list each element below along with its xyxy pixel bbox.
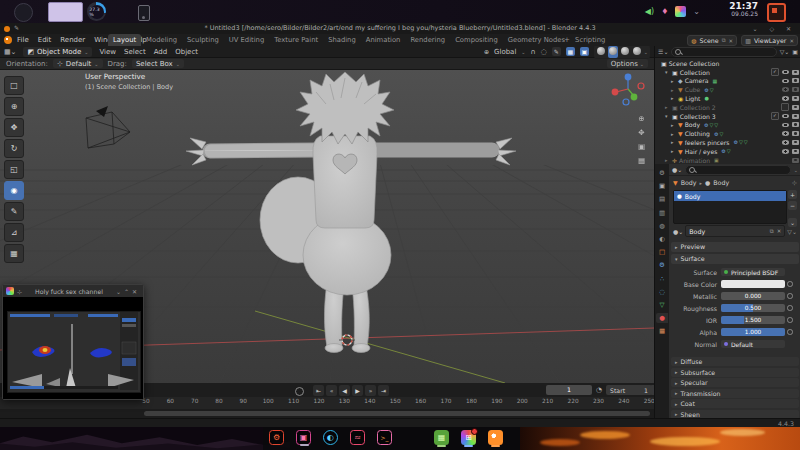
hide-eye-icon[interactable] <box>782 140 789 145</box>
files-icon[interactable]: ▣ <box>296 430 311 445</box>
disable-render-icon[interactable] <box>792 114 799 119</box>
tab-scene-icon[interactable]: ◍ <box>656 221 668 231</box>
shading-material-icon[interactable] <box>620 46 630 58</box>
launcher-icon[interactable] <box>14 3 33 22</box>
playback-button[interactable]: ▶ <box>352 385 363 396</box>
material-filter-icon[interactable]: ▽⌄ <box>787 228 797 235</box>
tab-render-icon[interactable]: ▣ <box>656 181 668 191</box>
animate-dot-icon[interactable] <box>787 317 793 323</box>
outliner-row-cube[interactable]: ▸▼ Cube ⚙▽ <box>655 85 800 94</box>
proportional-editing-icon[interactable]: ◌ <box>541 48 547 56</box>
viewlayer-unlink-icon[interactable]: ✕ <box>789 38 794 44</box>
panel-header-collapsed[interactable]: ▸Subsurface <box>671 368 799 377</box>
tab-world-icon[interactable]: ◐ <box>656 234 668 244</box>
outliner-filter-icon[interactable]: ▽⌄ <box>780 48 790 55</box>
workspace-tab[interactable]: Layout <box>108 34 141 46</box>
viewlayer-selector[interactable]: ▥ ViewLayer ✕ <box>741 35 798 46</box>
window-preview-thumbnail[interactable] <box>48 2 83 22</box>
alpha-slider[interactable]: 1.000 <box>721 328 785 336</box>
tablet-device-icon[interactable] <box>138 5 150 21</box>
menu-item[interactable]: Edit <box>38 36 52 44</box>
hide-eye-icon[interactable] <box>782 131 789 136</box>
ior-slider[interactable]: 1.500 <box>721 316 785 324</box>
video-content[interactable] <box>3 297 143 399</box>
video-window-controls[interactable]: ⌄⌃✕ <box>116 288 140 295</box>
breadcrumb-object[interactable]: Body <box>681 179 697 186</box>
viewport-menu-item[interactable]: View <box>99 48 116 56</box>
scene-selector[interactable]: ◍ Scene ⧉ ✕ <box>687 35 737 46</box>
tab-view-layer-icon[interactable]: ▥ <box>656 208 668 218</box>
add-workspace-button[interactable]: + <box>560 34 574 46</box>
disable-render-icon[interactable] <box>792 158 799 163</box>
breadcrumb-material[interactable]: Body <box>713 179 729 186</box>
shading-wireframe-icon[interactable] <box>596 46 606 58</box>
character-model[interactable] <box>186 72 516 353</box>
move-tool[interactable]: ✥ <box>4 118 24 137</box>
playback-button[interactable]: « <box>326 385 337 396</box>
volume-icon[interactable]: ◀) <box>645 7 654 16</box>
scale-tool[interactable]: ◱ <box>4 160 24 179</box>
pan-hand-icon[interactable]: ✥ <box>638 128 645 137</box>
animate-dot-icon[interactable] <box>787 281 793 287</box>
surface-panel-header[interactable]: ▾Surface <box>671 254 799 264</box>
transform-tool[interactable]: ◉ <box>4 181 24 200</box>
shader-dropdown[interactable]: Principled BSDF <box>721 268 785 276</box>
workspace-tab[interactable]: Texture Paint <box>269 34 323 46</box>
cursor-tool[interactable]: ⊕ <box>4 97 24 116</box>
panel-header-collapsed[interactable]: ▸Diffuse <box>671 357 799 366</box>
outliner-row-clothing[interactable]: ▸▼ Clothing ⚙▽ <box>655 129 800 138</box>
mode-dropdown[interactable]: ◩ Object Mode ⌄ <box>23 47 92 57</box>
package-icon[interactable]: ▦ <box>434 430 449 445</box>
playback-button[interactable]: ⇤ <box>313 385 324 396</box>
outliner-row-scene-collection[interactable]: ▣ Scene Collection <box>655 59 800 68</box>
hide-eye-icon[interactable] <box>782 123 789 128</box>
camera-object[interactable] <box>86 106 130 148</box>
panel-header-collapsed[interactable]: ▸Transmission <box>671 389 799 398</box>
disable-render-icon[interactable] <box>792 131 799 136</box>
frame-start-field[interactable]: Start 1 <box>606 385 652 395</box>
scene-unlink-icon[interactable]: ✕ <box>729 38 734 44</box>
blender-dock-icon[interactable] <box>488 430 503 445</box>
viewport-menu-item[interactable]: Object <box>175 48 198 56</box>
remove-slot-button[interactable]: − <box>788 201 797 210</box>
panel-header-collapsed[interactable]: ▸Specular <box>671 378 799 387</box>
select-box-tool[interactable]: □ <box>4 76 24 95</box>
disable-render-icon[interactable] <box>792 140 799 145</box>
viewport-menu-item[interactable]: Add <box>154 48 168 56</box>
tray-app-icon[interactable] <box>675 6 686 17</box>
outliner-row-collection-3[interactable]: ▾▣ Collection 3 ✓ <box>655 112 800 121</box>
blender-logo-icon[interactable] <box>4 36 12 44</box>
orientation-dropdown[interactable]: ⊹ Default ⌄ <box>53 59 103 68</box>
editor-type-icon[interactable]: ▦⌄ <box>4 48 16 56</box>
xray-toggle-icon[interactable]: ▣ <box>580 47 589 56</box>
outliner-row-feelers-pincers[interactable]: ▸▼ feelers pincers ⚙▽▽ <box>655 138 800 147</box>
workspace-tab[interactable]: Compositing <box>450 34 503 46</box>
disable-render-icon[interactable] <box>792 87 799 92</box>
menu-item[interactable]: Render <box>60 36 85 44</box>
tab-modifiers-icon[interactable]: ⚙ <box>656 260 668 270</box>
clock-widget[interactable]: 21:37 09.06.25 <box>729 1 758 18</box>
annotate-tool[interactable]: ✎ <box>4 202 24 221</box>
workspace-tab[interactable]: UV Editing <box>224 34 269 46</box>
perspective-toggle-icon[interactable]: ▦ <box>638 156 645 165</box>
app-grid-icon[interactable]: ⊞ <box>461 430 476 445</box>
tab-particles-icon[interactable]: ∴ <box>656 274 668 284</box>
exclude-checkbox[interactable]: ✓ <box>771 112 779 120</box>
outliner-row-collection-2[interactable]: ▸▣ Collection 2 ✓ <box>655 103 800 112</box>
navigation-gizmo[interactable] <box>610 72 646 108</box>
settings-icon[interactable]: ⚙ <box>269 430 284 445</box>
unlink-material-icon[interactable]: ✕ <box>777 228 782 234</box>
tab-physics-icon[interactable]: ◌ <box>656 287 668 297</box>
snap-magnet-icon[interactable]: ∩ <box>531 48 536 56</box>
workspace-tab[interactable]: Scripting <box>570 34 610 46</box>
hide-eye-icon[interactable] <box>782 149 789 154</box>
add-primitive-tool[interactable]: ▦ <box>4 244 24 263</box>
activity-monitor-icon[interactable]: ≈ <box>350 430 365 445</box>
workspace-tab[interactable]: Shading <box>323 34 361 46</box>
disable-render-icon[interactable] <box>792 70 799 75</box>
current-frame-field[interactable]: 1 <box>546 385 592 395</box>
base-color-swatch[interactable] <box>721 280 785 288</box>
metallic-slider[interactable]: 0.000 <box>721 292 785 300</box>
options-button[interactable]: Options⌄ <box>607 59 648 68</box>
window-controls[interactable]: ⌄ ◇ ✕ <box>753 23 796 34</box>
